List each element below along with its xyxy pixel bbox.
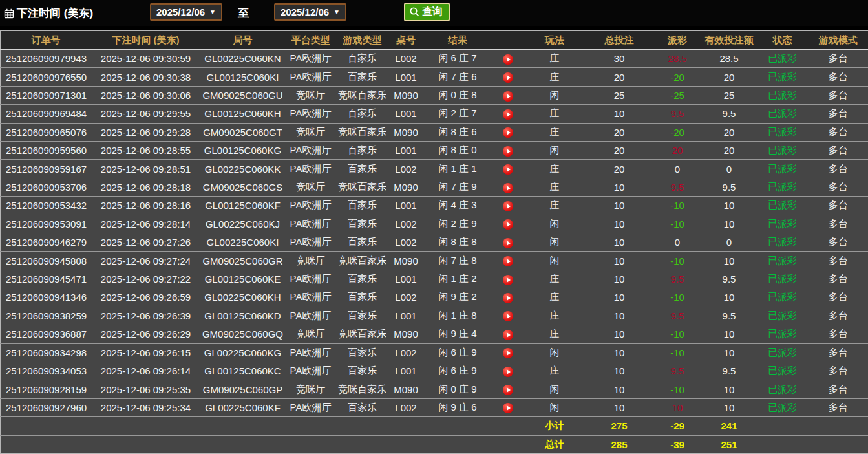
cell-payout: -20 xyxy=(653,123,702,141)
cell-status: 已派彩 xyxy=(757,343,809,362)
cell-tableno: M090 xyxy=(388,380,424,398)
cell-time: 2025-12-06 09:28:14 xyxy=(91,215,201,233)
cell-play: 庄 xyxy=(524,68,586,86)
cell-platform: PA欧洲厅 xyxy=(285,270,337,288)
cell-payout: -10 xyxy=(653,215,702,233)
cell-status: 已派彩 xyxy=(757,270,809,288)
cell-bet: 10 xyxy=(586,380,653,398)
play-icon[interactable] xyxy=(503,72,513,83)
play-icon[interactable] xyxy=(503,330,513,340)
play-icon[interactable] xyxy=(503,238,513,248)
cell-order: 251206090953432 xyxy=(1,197,91,215)
cell-valid: 0 xyxy=(702,233,757,252)
date-from-select[interactable]: 2025/12/06 ▼ xyxy=(150,3,222,21)
cell-play_icon xyxy=(492,417,524,435)
play-icon[interactable] xyxy=(503,348,513,358)
cell-payout: 9.5 xyxy=(653,270,702,288)
play-icon[interactable] xyxy=(503,164,513,175)
cell-tableno: M090 xyxy=(388,325,424,343)
play-icon[interactable] xyxy=(503,109,513,120)
play-icon[interactable] xyxy=(503,293,513,303)
cell-valid: 10 xyxy=(702,343,757,362)
cell-order: 251206090945471 xyxy=(1,270,91,288)
cell-bet: 10 xyxy=(586,398,653,416)
cell-platform: PA欧洲厅 xyxy=(285,215,337,233)
table-row: 2512060909530912025-12-06 09:28:14GL0022… xyxy=(1,215,868,233)
cell-play: 庄 xyxy=(524,197,586,215)
query-button[interactable]: 查询 xyxy=(404,3,450,21)
col-header-order: 订单号 xyxy=(1,31,91,50)
play-icon[interactable] xyxy=(503,127,513,138)
table-row: 2512060909281592025-12-06 09:25:35GM0902… xyxy=(1,380,868,398)
date-range-to-label: 至 xyxy=(238,6,249,21)
cell-tableno: M090 xyxy=(388,252,424,270)
cell-round: GM09025C060GU xyxy=(201,86,285,104)
table-row: 2512060909694842025-12-06 09:29:55GL0012… xyxy=(1,105,868,123)
play-icon[interactable] xyxy=(503,54,513,65)
cell-valid: 10 xyxy=(702,197,757,215)
cell-game: 百家乐 xyxy=(337,233,388,252)
cell-mode: 多台 xyxy=(809,362,868,380)
play-icon[interactable] xyxy=(503,275,513,285)
col-header-status: 状态 xyxy=(757,31,809,50)
cell-order: 251206090953706 xyxy=(1,178,91,196)
cell-time: 2025-12-06 09:30:38 xyxy=(91,68,201,86)
cell-bet: 10 xyxy=(586,105,653,123)
play-icon[interactable] xyxy=(503,146,513,157)
cell-mode: 多台 xyxy=(809,160,868,178)
cell-game: 百家乐 xyxy=(337,362,388,380)
cell-order: 251206090976550 xyxy=(1,68,91,86)
col-header-play: 玩法 xyxy=(524,31,586,50)
cell-order: 251206090928159 xyxy=(1,380,91,398)
cell-tableno: M090 xyxy=(388,123,424,141)
cell-mode: 多台 xyxy=(809,343,868,362)
cell-mode: 多台 xyxy=(809,398,868,416)
cell-order: 251206090979943 xyxy=(1,50,91,68)
table-row: 2512060909650762025-12-06 09:29:28GM0902… xyxy=(1,123,868,141)
cell-time: 2025-12-06 09:26:39 xyxy=(91,307,201,325)
cell-result: 闲 8 庄 6 xyxy=(424,123,492,141)
cell-payout: 9.5 xyxy=(653,178,702,196)
cell-game: 百家乐 xyxy=(337,343,388,362)
cell-result: 闲 9 庄 4 xyxy=(424,325,492,343)
date-to-select[interactable]: 2025/12/06 ▼ xyxy=(274,3,346,21)
play-icon[interactable] xyxy=(503,256,513,266)
cell-time: 2025-12-06 09:30:59 xyxy=(91,50,201,68)
cell-play_icon xyxy=(492,68,524,86)
cell-valid: 28.5 xyxy=(702,50,757,68)
cell-result: 闲 1 庄 1 xyxy=(424,160,492,178)
play-icon[interactable] xyxy=(503,311,513,321)
cell-play: 闲 xyxy=(524,380,586,398)
cell-status: 已派彩 xyxy=(757,398,809,416)
play-icon[interactable] xyxy=(503,385,513,395)
cell-round: GL00125C060KE xyxy=(201,270,285,288)
bet-records-table-container: 订单号下注时间 (美东)局号平台类型游戏类型桌号结果玩法总投注派彩有效投注额状态… xyxy=(0,30,868,454)
cell-play: 闲 xyxy=(524,252,586,270)
table-header-row: 订单号下注时间 (美东)局号平台类型游戏类型桌号结果玩法总投注派彩有效投注额状态… xyxy=(1,31,868,50)
cell-tableno: L001 xyxy=(388,142,424,160)
cell-game: 百家乐 xyxy=(337,288,388,307)
cell-tableno xyxy=(388,435,424,453)
cell-status xyxy=(757,417,809,435)
cell-payout: 9.5 xyxy=(653,307,702,325)
play-icon[interactable] xyxy=(503,201,513,211)
play-icon[interactable] xyxy=(503,219,513,230)
play-icon[interactable] xyxy=(503,367,513,377)
play-icon[interactable] xyxy=(503,91,513,102)
cell-tableno: L002 xyxy=(388,343,424,362)
cell-platform: PA欧洲厅 xyxy=(285,105,337,123)
cell-result: 闲 6 庄 9 xyxy=(424,343,492,362)
cell-payout: 9.5 xyxy=(653,105,702,123)
cell-payout: -10 xyxy=(653,288,702,307)
play-icon[interactable] xyxy=(503,183,513,193)
query-button-label: 查询 xyxy=(422,5,443,19)
cell-round: GL00225C060KF xyxy=(201,398,285,416)
cell-time: 2025-12-06 09:28:51 xyxy=(91,160,201,178)
cell-platform: PA欧洲厅 xyxy=(285,398,337,416)
cell-mode: 多台 xyxy=(809,50,868,68)
cell-play: 庄 xyxy=(524,288,586,307)
cell-order: 251206090938259 xyxy=(1,307,91,325)
play-icon[interactable] xyxy=(503,403,513,413)
col-header-time: 下注时间 (美东) xyxy=(91,31,201,50)
cell-result: 闲 0 庄 9 xyxy=(424,380,492,398)
